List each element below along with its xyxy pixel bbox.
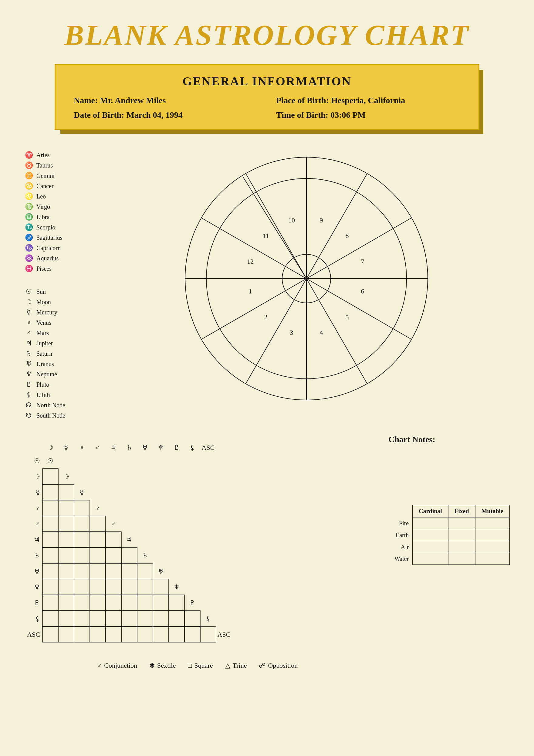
zodiac-symbol: ♐ xyxy=(24,234,33,242)
zodiac-item-aries: ♈Aries xyxy=(24,151,91,159)
row-right-header: ☉ xyxy=(47,457,53,465)
svg-text:6: 6 xyxy=(361,287,364,295)
svg-text:2: 2 xyxy=(264,313,268,321)
zodiac-symbol: ♉ xyxy=(24,161,33,169)
zodiac-name: Aquarius xyxy=(37,255,59,262)
name-field: Name: Mr. Andrew Miles xyxy=(74,95,258,105)
row-right-header: ♄ xyxy=(142,552,148,559)
row-right-header: ♃ xyxy=(126,536,132,544)
col-header: ♄ xyxy=(126,444,132,451)
col-header: ♅ xyxy=(142,444,148,451)
opposition-legend: ☍ Opposition xyxy=(259,662,298,669)
zodiac-name: Cancer xyxy=(37,183,54,190)
planet-name: Lilith xyxy=(37,392,50,398)
svg-text:3: 3 xyxy=(290,329,293,336)
planet-item-north-node: ☊North Node xyxy=(24,401,91,409)
legend-column: ♈Aries♉Taurus♊Gemini♋Cancer♌Leo♍Virgo♎Li… xyxy=(24,148,91,435)
trine-symbol: △ xyxy=(225,662,230,669)
row-header: ☉ xyxy=(34,457,40,465)
row-right-header: ♅ xyxy=(158,568,164,575)
zodiac-symbol: ♑ xyxy=(24,244,33,252)
svg-text:8: 8 xyxy=(346,232,349,239)
planet-item-lilith: ⚸Lilith xyxy=(24,391,91,399)
planet-symbol: ♄ xyxy=(24,350,33,358)
planet-name: Moon xyxy=(37,299,51,306)
planet-symbol: ☋ xyxy=(24,412,33,419)
conjunction-symbol: ♂ xyxy=(97,662,102,669)
planet-item-mars: ♂Mars xyxy=(24,329,91,337)
planet-symbol: ♃ xyxy=(24,339,33,347)
col-header: ASC xyxy=(202,444,215,451)
zodiac-item-scorpio: ♏Scorpio xyxy=(24,223,91,231)
planet-symbol: ☉ xyxy=(24,288,33,296)
modality-cell xyxy=(413,518,448,529)
svg-text:7: 7 xyxy=(361,258,364,265)
row-header: ♂ xyxy=(35,520,40,528)
planet-name: North Node xyxy=(37,402,65,409)
zodiac-symbol: ♈ xyxy=(24,151,33,159)
planet-item-south-node: ☋South Node xyxy=(24,412,91,419)
zodiac-symbol: ♊ xyxy=(24,172,33,180)
modality-col-header: Fixed xyxy=(448,505,475,518)
planet-name: Sun xyxy=(37,288,46,295)
col-header: ♃ xyxy=(110,444,117,451)
square-symbol: □ xyxy=(188,662,192,669)
modality-row: Air xyxy=(388,541,509,553)
modality-table: CardinalFixedMutableFireEarthAirWater xyxy=(388,505,510,565)
planet-symbol: ♀ xyxy=(24,319,33,327)
svg-text:5: 5 xyxy=(346,313,349,321)
trine-legend: △ Trine xyxy=(225,662,247,669)
planet-symbol: ♂ xyxy=(24,329,33,337)
planet-item-mercury: ☿Mercury xyxy=(24,308,91,316)
planet-symbol: ☊ xyxy=(24,401,33,409)
svg-text:12: 12 xyxy=(247,258,254,265)
row-header: ♄ xyxy=(34,552,40,559)
zodiac-item-capricorn: ♑Capricorn xyxy=(24,244,91,252)
planet-name: Mars xyxy=(37,330,49,337)
zodiac-name: Pisces xyxy=(37,265,52,272)
svg-text:9: 9 xyxy=(320,216,323,224)
planet-name: Jupiter xyxy=(37,340,53,347)
modality-col-header: Mutable xyxy=(475,505,509,518)
zodiac-name: Libra xyxy=(37,214,49,221)
modality-cell xyxy=(475,518,509,529)
zodiac-item-sagittarius: ♐Sagittarius xyxy=(24,234,91,242)
modality-row: Earth xyxy=(388,529,509,541)
planet-symbol: ♇ xyxy=(24,381,33,389)
row-header: ⚸ xyxy=(35,615,40,622)
page-title: BLANK ASTROLOGY CHART xyxy=(0,0,534,64)
modality-cell xyxy=(413,553,448,565)
modality-row: Fire xyxy=(388,518,509,529)
dob-field: Date of Birth: March 04, 1994 xyxy=(74,110,258,120)
planet-symbol: ♆ xyxy=(24,370,33,378)
row-right-header: ♆ xyxy=(174,583,180,591)
row-header: ♇ xyxy=(34,599,40,607)
zodiac-name: Scorpio xyxy=(37,224,55,231)
col-header: ♂ xyxy=(95,444,100,451)
sextile-symbol: ✱ xyxy=(149,662,155,669)
planet-symbol: ♅ xyxy=(24,360,33,368)
zodiac-item-taurus: ♉Taurus xyxy=(24,161,91,169)
element-label: Water xyxy=(388,553,413,565)
row-header: ♅ xyxy=(34,568,40,575)
planet-symbol: ☿ xyxy=(24,308,33,316)
tob-field: Time of Birth: 03:06 PM xyxy=(276,110,460,120)
info-box-title: GENERAL INFORMATION xyxy=(74,74,460,88)
modality-cell xyxy=(413,541,448,553)
row-header: ☿ xyxy=(36,489,40,496)
zodiac-item-aquarius: ♒Aquarius xyxy=(24,254,91,262)
modality-row: Water xyxy=(388,553,509,565)
zodiac-symbol: ♌ xyxy=(24,192,33,200)
col-header: ♇ xyxy=(174,444,180,451)
zodiac-symbol: ♎ xyxy=(24,213,33,221)
zodiac-name: Leo xyxy=(37,193,46,200)
modality-cell xyxy=(475,529,509,541)
modality-cell xyxy=(448,529,475,541)
col-header: ☿ xyxy=(64,444,68,451)
col-header: ♀ xyxy=(79,444,85,451)
row-right-header: ☿ xyxy=(80,489,84,496)
planet-item-saturn: ♄Saturn xyxy=(24,350,91,358)
modality-col-header: Cardinal xyxy=(413,505,448,518)
planet-symbol: ☽ xyxy=(24,298,33,306)
sextile-legend: ✱ Sextile xyxy=(149,662,176,669)
